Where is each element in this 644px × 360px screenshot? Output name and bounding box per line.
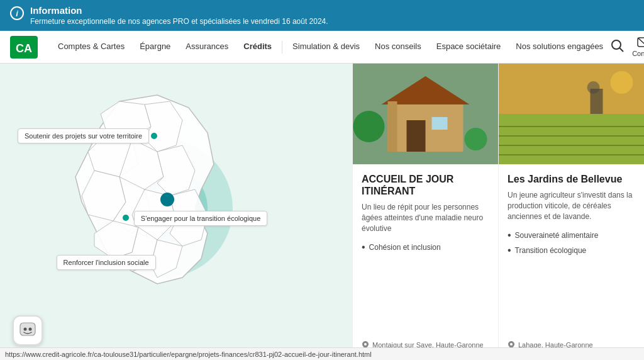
svg-point-14 <box>353 111 385 142</box>
card-1-desc: Un lieu de répit pour les personnes âgée… <box>362 202 489 233</box>
card-1-title: ACCUEIL DE JOURITINÉRANT <box>362 173 489 197</box>
map-svg <box>6 70 346 328</box>
ca-logo[interactable]: CA <box>10 36 38 59</box>
svg-rect-17 <box>499 114 644 164</box>
contact-label: Contact <box>632 50 644 57</box>
info-title: Information <box>30 5 328 16</box>
contact-button[interactable]: Contact <box>632 37 644 57</box>
info-icon: i <box>10 6 24 20</box>
card-2-tag-2: Transition écologique <box>508 245 635 256</box>
nav-item-assurances[interactable]: Assurances <box>178 31 236 64</box>
nav-item-simulation[interactable]: Simulation & devis <box>285 31 367 64</box>
card-2-tag-1: Souveraineté alimentaire <box>508 230 635 241</box>
svg-point-15 <box>465 128 487 150</box>
nav-item-credits[interactable]: Crédits <box>236 31 279 64</box>
svg-point-2 <box>612 40 621 49</box>
map-label-2: S'engager pour la transition écologique <box>134 211 267 226</box>
svg-rect-11 <box>407 120 426 152</box>
card-2-tags: Souveraineté alimentaire Transition écol… <box>508 230 635 256</box>
card-1-tags: Cohésion et inclusion <box>362 242 489 253</box>
svg-text:CA: CA <box>16 42 32 55</box>
card-1-tag-1: Cohésion et inclusion <box>362 242 489 253</box>
nav-item-epargne[interactable]: Épargne <box>132 31 178 64</box>
dot-main <box>160 193 174 206</box>
card-2-image <box>499 64 644 164</box>
card-2-body: Les Jardins de Bellevue Un jeune agricul… <box>499 164 644 358</box>
svg-rect-13 <box>388 101 397 152</box>
nav-item-espace[interactable]: Espace sociétaire <box>429 31 509 64</box>
nav-item-comptes[interactable]: Comptes & Cartes <box>50 31 132 64</box>
svg-point-25 <box>587 81 600 94</box>
svg-point-6 <box>24 328 27 331</box>
info-content: Information Fermeture exceptionnelle de … <box>30 5 328 26</box>
navbar: CA Comptes & Cartes Épargne Assurances C… <box>0 31 644 64</box>
url-text: https://www.credit-agricole.fr/ca-toulou… <box>5 351 372 358</box>
dot-2 <box>123 215 129 221</box>
card-2[interactable]: Les Jardins de Bellevue Un jeune agricul… <box>498 64 644 358</box>
svg-line-3 <box>619 48 623 52</box>
nav-separator <box>282 41 282 53</box>
info-subtitle: Fermeture exceptionnelle de nos agences … <box>30 17 328 26</box>
url-bar: https://www.credit-agricole.fr/ca-toulou… <box>0 347 644 360</box>
map-label-3: Renforcer l'inclusion sociale <box>57 255 156 270</box>
nav-actions: Contact <box>611 37 644 57</box>
main-content: Soutenir des projets sur votre territoir… <box>0 64 644 358</box>
svg-rect-12 <box>432 117 448 130</box>
map-label-1: Soutenir des projets sur votre territoir… <box>18 128 149 143</box>
dot-1 <box>151 133 157 139</box>
card-1-image <box>353 64 498 164</box>
svg-point-23 <box>611 71 633 94</box>
card-1-body: ACCUEIL DE JOURITINÉRANT Un lieu de répi… <box>353 164 498 358</box>
svg-point-7 <box>29 328 32 331</box>
nav-links: Comptes & Cartes Épargne Assurances Créd… <box>50 31 611 64</box>
cards-section: ACCUEIL DE JOURITINÉRANT Un lieu de répi… <box>352 64 644 358</box>
nav-item-conseils[interactable]: Nos conseils <box>367 31 429 64</box>
info-banner: i Information Fermeture exceptionnelle d… <box>0 0 644 31</box>
chatbot-button[interactable] <box>13 315 43 346</box>
card-1[interactable]: ACCUEIL DE JOURITINÉRANT Un lieu de répi… <box>352 64 498 358</box>
card-2-desc: Un jeune agriculteur s'investit dans la … <box>508 190 635 222</box>
search-icon[interactable] <box>611 39 625 55</box>
card-2-title: Les Jardins de Bellevue <box>508 173 635 185</box>
map-section: Soutenir des projets sur votre territoir… <box>0 64 352 358</box>
nav-item-solutions[interactable]: Nos solutions engagées <box>508 31 611 64</box>
